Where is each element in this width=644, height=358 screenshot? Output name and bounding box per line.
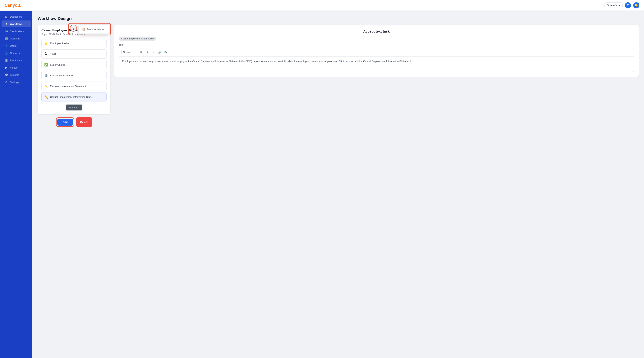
task-item-bank-account[interactable]: 🏦 Bank Account Details ⋮ <box>42 71 106 80</box>
sidebar-item-label: Settings <box>10 81 19 84</box>
workflow-card: Casual Employee Onboarding Super, TFND, … <box>38 25 110 114</box>
bold-button[interactable]: B <box>138 50 144 55</box>
support-icon: 💬 <box>4 73 8 76</box>
sidebar-item-settings[interactable]: ⚙ Settings <box>2 79 31 86</box>
task-more-button[interactable]: ⋮ <box>98 84 104 89</box>
task-item-tfnd[interactable]: 🏛 TFND ⋮ <box>42 49 106 59</box>
bell-icon: 🔔 <box>634 3 638 7</box>
clear-format-button[interactable]: Tx <box>163 50 168 55</box>
page-title: Workflow Design <box>38 16 639 21</box>
workspace-selector[interactable]: Space X ▾ <box>604 2 622 8</box>
sidebar-item-support[interactable]: 💬 Support <box>2 71 31 78</box>
sidebar: ⊞ Dashboard ✦ Workflows 🪪 Certifications… <box>0 11 32 358</box>
task-item-fair-work[interactable]: ✏️ Fair Work Information Statement ⋮ <box>42 82 106 91</box>
notification-bell[interactable]: 🔔 <box>633 2 640 8</box>
task-more-button[interactable]: ⋮ <box>98 41 104 46</box>
right-panel: Accept text task Casual Employment Infor… <box>114 25 639 127</box>
cert-icon: 🪪 <box>4 30 8 33</box>
app-logo: Canyou. <box>4 3 21 8</box>
workflow-card-wrapper: ⋮ 📋 Paste form task Casual Empl <box>38 25 110 127</box>
task-name: TFND <box>49 53 56 55</box>
task-name: Bank Account Details <box>50 74 74 77</box>
task-item-casual-employment[interactable]: ✏️ Casual Employment Information Stat...… <box>42 92 106 101</box>
link-button[interactable]: 🔗 <box>157 50 162 55</box>
italic-button[interactable]: I <box>145 50 150 55</box>
toolbar-divider <box>137 50 137 54</box>
sidebar-item-certifications[interactable]: 🪪 Certifications <box>2 28 31 35</box>
sidebar-item-label: Certifications <box>10 30 24 33</box>
editor-body[interactable]: Employers are required to give every new… <box>119 57 634 72</box>
sidebar-item-videos[interactable]: ▶ Videos <box>2 64 31 71</box>
edit-button-outline: Edit <box>56 117 74 127</box>
casual-employment-icon: ✏️ <box>44 95 48 99</box>
more-options-trigger[interactable]: ⋮ <box>70 25 77 32</box>
here-link[interactable]: here <box>345 60 350 63</box>
tfnd-icon: 🏛 <box>44 52 47 56</box>
app-body: ⊞ Dashboard ✦ Workflows 🪪 Certifications… <box>0 11 644 358</box>
text-label: Text <box>119 43 634 46</box>
sidebar-item-reminders[interactable]: 📋 Reminders <box>2 57 31 64</box>
sidebar-item-workflows[interactable]: ✦ Workflows <box>2 20 31 27</box>
task-list: ⭐ Employee Profile ⋮ 🏛 TFND ⋮ <box>42 39 106 101</box>
popup-container: ⋮ 📋 Paste form task <box>68 23 111 35</box>
task-more-button[interactable]: ⋮ <box>98 51 104 56</box>
paste-form-task-menu-item[interactable]: 📋 Paste form task <box>80 26 108 32</box>
bottom-buttons: Edit Delete <box>38 117 110 127</box>
paste-icon: 📋 <box>82 28 85 31</box>
paste-form-task-label: Paste form task <box>87 28 104 31</box>
workflows-icon: ✦ <box>4 22 8 25</box>
list-button[interactable]: ≡ <box>151 50 156 55</box>
task-more-button[interactable]: ⋮ <box>98 62 104 67</box>
task-tag: Casual Employment Information <box>119 36 156 41</box>
right-panel-inner: Accept text task Casual Employment Infor… <box>114 25 639 77</box>
sidebar-item-label: Workflows <box>10 22 22 25</box>
edit-button[interactable]: Edit <box>57 119 73 126</box>
text-editor: Normal Heading 1 Heading 2 B I ≡ 🔗 Tx <box>119 48 634 72</box>
format-select[interactable]: Normal Heading 1 Heading 2 <box>121 50 135 54</box>
chevron-down-icon: ▾ <box>619 4 620 7</box>
sidebar-item-label: Reminders <box>10 59 22 62</box>
contacts-icon: 👤 <box>4 51 8 55</box>
sidebar-item-label: Support <box>10 73 19 76</box>
task-name: Super Choice <box>50 63 65 66</box>
task-item-employee-profile[interactable]: ⭐ Employee Profile ⋮ <box>42 39 106 48</box>
sidebar-item-positions[interactable]: 🏢 Positions <box>2 35 31 42</box>
avatar[interactable]: FJ <box>625 2 631 8</box>
employee-profile-icon: ⭐ <box>44 41 48 45</box>
accept-text-title: Accept text task <box>119 29 634 33</box>
popup-menu: 📋 Paste form task <box>78 25 109 34</box>
app-header: Canyou. Space X ▾ FJ 🔔 <box>0 0 644 11</box>
sidebar-item-label: Videos <box>10 66 18 69</box>
add-task-button[interactable]: Add task <box>66 105 82 110</box>
main-content: Workflow Design ⋮ 📋 P <box>32 11 644 358</box>
header-right: Space X ▾ FJ 🔔 <box>604 2 640 8</box>
editor-toolbar: Normal Heading 1 Heading 2 B I ≡ 🔗 Tx <box>119 48 634 57</box>
positions-icon: 🏢 <box>4 37 8 40</box>
fair-work-icon: ✏️ <box>44 84 48 88</box>
task-item-super-choice[interactable]: ✅ Super Choice ⋮ <box>42 60 106 69</box>
task-name: Casual Employment Information Stat... <box>50 96 93 98</box>
grid-icon: ⊞ <box>4 15 8 18</box>
task-name: Fair Work Information Statement <box>50 85 86 88</box>
settings-icon: ⚙ <box>4 81 8 84</box>
workflow-area: ⋮ 📋 Paste form task Casual Empl <box>38 25 639 127</box>
sidebar-item-label: Users <box>10 44 16 47</box>
task-more-button[interactable]: ⋮ <box>98 94 104 99</box>
popup-trigger-outline: ⋮ 📋 Paste form task <box>68 23 111 35</box>
sidebar-item-label: Contacts <box>10 52 20 55</box>
videos-icon: ▶ <box>4 66 8 69</box>
sidebar-item-contacts[interactable]: 👤 Contacts <box>2 50 31 56</box>
workspace-name: Space X <box>607 4 617 7</box>
task-more-button[interactable]: ⋮ <box>98 73 104 78</box>
bank-account-icon: 🏦 <box>44 74 48 77</box>
reminders-icon: 📋 <box>4 59 8 62</box>
users-icon: 👤 <box>4 44 8 47</box>
delete-button[interactable]: Delete <box>76 117 92 127</box>
ellipsis-icon: ⋮ <box>72 26 75 30</box>
super-choice-icon: ✅ <box>44 63 48 67</box>
sidebar-item-label: Positions <box>10 37 20 40</box>
sidebar-item-users[interactable]: 👤 Users <box>2 42 31 49</box>
task-name: Employee Profile <box>50 42 69 45</box>
sidebar-item-dashboard[interactable]: ⊞ Dashboard <box>2 13 31 20</box>
sidebar-item-label: Dashboard <box>10 15 22 18</box>
